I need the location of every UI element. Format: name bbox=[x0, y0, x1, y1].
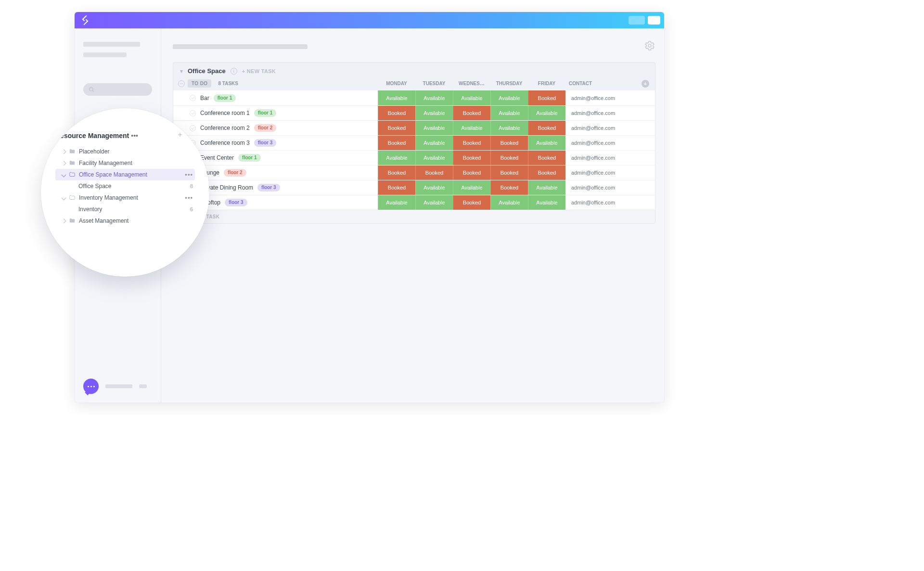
floor-tag[interactable]: floor 3 bbox=[257, 184, 280, 191]
caret-icon[interactable] bbox=[62, 161, 66, 165]
info-icon[interactable]: i bbox=[231, 68, 237, 75]
availability-cell[interactable]: Booked bbox=[453, 151, 490, 165]
add-column-button[interactable]: + bbox=[642, 80, 649, 88]
sidebar-folder-row[interactable]: Asset Management bbox=[55, 215, 195, 227]
contact-cell[interactable]: admin@office.com bbox=[565, 195, 655, 210]
availability-cell[interactable]: Available bbox=[490, 195, 528, 210]
availability-cell[interactable]: Booked bbox=[378, 121, 415, 135]
contact-cell[interactable]: admin@office.com bbox=[565, 106, 655, 120]
contact-cell[interactable]: admin@office.com bbox=[565, 90, 655, 105]
availability-cell[interactable]: Booked bbox=[490, 151, 528, 165]
caret-icon[interactable] bbox=[62, 172, 66, 177]
availability-cell[interactable]: Booked bbox=[528, 165, 565, 180]
availability-cell[interactable]: Available bbox=[415, 180, 453, 195]
task-row[interactable]: Barfloor 1AvailableAvailableAvailableAva… bbox=[173, 90, 655, 105]
sidebar-folder-row[interactable]: Facility Management bbox=[55, 157, 195, 169]
availability-cell[interactable]: Available bbox=[490, 90, 528, 105]
availability-cell[interactable]: Available bbox=[490, 121, 528, 135]
space-more-icon[interactable]: ••• bbox=[131, 132, 138, 140]
availability-cell[interactable]: Booked bbox=[453, 165, 490, 180]
collapse-caret-icon[interactable]: ▾ bbox=[180, 68, 183, 75]
task-name-cell[interactable]: Conference room 2floor 2 bbox=[173, 121, 378, 135]
window-control-min[interactable] bbox=[629, 16, 645, 25]
floor-tag[interactable]: floor 1 bbox=[238, 154, 261, 162]
floor-tag[interactable]: floor 3 bbox=[254, 139, 277, 147]
contact-cell[interactable]: admin@office.com bbox=[565, 136, 655, 150]
availability-cell[interactable]: Available bbox=[453, 90, 490, 105]
availability-cell[interactable]: Available bbox=[528, 106, 565, 120]
availability-cell[interactable]: Available bbox=[453, 121, 490, 135]
availability-cell[interactable]: Booked bbox=[528, 121, 565, 135]
task-name-cell[interactable]: Conference room 3floor 3 bbox=[173, 136, 378, 150]
availability-cell[interactable]: Booked bbox=[453, 106, 490, 120]
contact-cell[interactable]: admin@office.com bbox=[565, 121, 655, 135]
availability-cell[interactable]: Booked bbox=[378, 106, 415, 120]
availability-cell[interactable]: Available bbox=[528, 195, 565, 210]
availability-cell[interactable]: Booked bbox=[453, 136, 490, 150]
floor-tag[interactable]: floor 2 bbox=[224, 169, 246, 177]
status-chip[interactable]: TO DO bbox=[188, 79, 211, 88]
task-row[interactable]: Conference room 2floor 2BookedAvailableA… bbox=[173, 120, 655, 135]
add-task-row[interactable]: + ADD TASK bbox=[173, 210, 655, 223]
window-control-close[interactable] bbox=[648, 16, 660, 25]
availability-cell[interactable]: Available bbox=[415, 121, 453, 135]
task-check-icon[interactable] bbox=[190, 125, 196, 131]
availability-cell[interactable]: Available bbox=[378, 151, 415, 165]
availability-cell[interactable]: Booked bbox=[378, 180, 415, 195]
availability-cell[interactable]: Available bbox=[415, 151, 453, 165]
task-row[interactable]: Private Dining Roomfloor 3BookedAvailabl… bbox=[173, 180, 655, 195]
contact-cell[interactable]: admin@office.com bbox=[565, 151, 655, 165]
availability-cell[interactable]: Booked bbox=[415, 165, 453, 180]
availability-cell[interactable]: Available bbox=[415, 90, 453, 105]
chat-icon[interactable] bbox=[83, 379, 99, 394]
availability-cell[interactable]: Available bbox=[378, 90, 415, 105]
availability-cell[interactable]: Booked bbox=[378, 136, 415, 150]
availability-cell[interactable]: Available bbox=[415, 106, 453, 120]
availability-cell[interactable]: Booked bbox=[490, 180, 528, 195]
caret-icon[interactable] bbox=[62, 218, 66, 223]
availability-cell[interactable]: Available bbox=[490, 106, 528, 120]
item-more-icon[interactable]: ••• bbox=[185, 171, 193, 178]
floor-tag[interactable]: floor 2 bbox=[254, 124, 277, 132]
sidebar-list-leaf[interactable]: Inventory6 bbox=[55, 203, 195, 215]
contact-cell[interactable]: admin@office.com bbox=[565, 165, 655, 180]
item-more-icon[interactable]: ••• bbox=[185, 194, 193, 202]
task-check-icon[interactable] bbox=[190, 110, 196, 116]
floor-tag[interactable]: floor 1 bbox=[254, 109, 277, 117]
availability-cell[interactable]: Booked bbox=[378, 165, 415, 180]
sidebar-list-leaf[interactable]: Office Space8 bbox=[55, 180, 195, 192]
task-row[interactable]: Event Centerfloor 1AvailableAvailableBoo… bbox=[173, 150, 655, 165]
availability-cell[interactable]: Booked bbox=[453, 195, 490, 210]
floor-tag[interactable]: floor 3 bbox=[225, 199, 247, 206]
task-name-cell[interactable]: Conference room 1floor 1 bbox=[173, 106, 378, 120]
sidebar-folder-row[interactable]: Placeholder bbox=[55, 146, 195, 157]
task-row[interactable]: Loungefloor 2BookedBookedBookedBookedBoo… bbox=[173, 165, 655, 180]
availability-cell[interactable]: Booked bbox=[490, 136, 528, 150]
space-add-button[interactable] bbox=[177, 131, 183, 140]
availability-cell[interactable]: Available bbox=[378, 195, 415, 210]
availability-cell[interactable]: Available bbox=[528, 180, 565, 195]
availability-cell[interactable]: Booked bbox=[528, 90, 565, 105]
availability-cell[interactable]: Available bbox=[415, 195, 453, 210]
new-task-button[interactable]: + NEW TASK bbox=[242, 68, 276, 74]
sidebar-list-row[interactable]: Office Space Management••• bbox=[55, 169, 195, 180]
settings-button[interactable] bbox=[644, 40, 655, 53]
space-title[interactable]: Resource Management bbox=[55, 132, 129, 140]
caret-icon[interactable] bbox=[62, 149, 66, 154]
availability-cell[interactable]: Booked bbox=[528, 151, 565, 165]
availability-cell[interactable]: Available bbox=[528, 136, 565, 150]
task-check-icon[interactable] bbox=[190, 95, 196, 101]
task-row[interactable]: Rooftopfloor 3AvailableAvailableBookedAv… bbox=[173, 195, 655, 210]
contact-cell[interactable]: admin@office.com bbox=[565, 180, 655, 195]
caret-icon[interactable] bbox=[62, 195, 66, 200]
availability-cell[interactable]: Available bbox=[453, 180, 490, 195]
availability-cell[interactable]: Booked bbox=[490, 165, 528, 180]
task-row[interactable]: Conference room 3floor 3BookedAvailableB… bbox=[173, 135, 655, 150]
availability-cell[interactable]: Available bbox=[415, 136, 453, 150]
task-row[interactable]: Conference room 1floor 1BookedAvailableB… bbox=[173, 105, 655, 120]
task-name-cell[interactable]: Barfloor 1 bbox=[173, 90, 378, 105]
sidebar-search[interactable] bbox=[83, 83, 152, 96]
sidebar-list-row[interactable]: Inventory Management••• bbox=[55, 192, 195, 203]
collapse-status-button[interactable] bbox=[178, 80, 185, 87]
floor-tag[interactable]: floor 1 bbox=[214, 94, 236, 102]
